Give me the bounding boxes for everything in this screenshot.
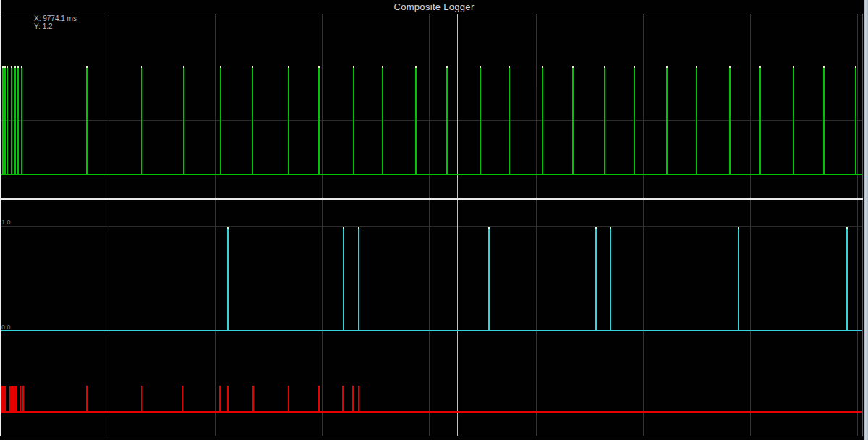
channel-3-red-pulse-train-pulse — [252, 386, 254, 411]
channel-1-green-pulse-train-pulse — [288, 66, 289, 174]
grid-vline — [215, 14, 216, 436]
channel-3-red-pulse-train-pulse-tip — [141, 386, 142, 388]
channel-1-green-pulse-train-pulse-tip — [729, 66, 731, 68]
channel-3-red-pulse-train-pulse-tip — [20, 386, 21, 388]
channel-1-green-pulse-train-pulse-tip — [220, 66, 221, 68]
channel-1-green-pulse-train-pulse — [382, 66, 383, 174]
channel-1-green-pulse-train-pulse-tip — [604, 66, 605, 68]
channel-3-red-pulse-train-pulse — [86, 386, 88, 411]
channel-2-cyan-digital-pulse-tip — [488, 227, 490, 229]
channel-1-green-pulse-train-pulse — [604, 66, 605, 174]
channel-3-red-pulse-train-pulse-tip — [4, 386, 6, 388]
channel-1-green-pulse-train-pulse-tip — [252, 66, 253, 68]
channel-1-green-pulse-train-pulse — [446, 66, 448, 174]
channel-2-cyan-digital-baseline — [1, 330, 862, 331]
channel-1-green-pulse-train-pulse — [729, 66, 731, 174]
channel-1-green-pulse-train-pulse-tip — [572, 66, 574, 68]
grid-vline — [536, 14, 537, 436]
channel-1-green-pulse-train-pulse — [572, 66, 574, 174]
channel-1-green-pulse-train-pulse — [86, 66, 88, 174]
channel-3-red-pulse-train-pulse — [358, 386, 359, 411]
channel-2-cyan-digital-pulse-tip — [595, 227, 597, 229]
grid-hline — [1, 226, 862, 227]
channel-1-green-pulse-train-pulse-tip — [793, 66, 794, 68]
channel-1-green-pulse-train-pulse — [480, 66, 481, 174]
channel-1-green-pulse-train-pulse-tip — [480, 66, 481, 68]
channel-1-green-pulse-train-pulse-tip — [382, 66, 383, 68]
channel-1-green-pulse-train-pulse-tip — [318, 66, 320, 68]
channel-1-green-pulse-train-pulse — [823, 66, 825, 174]
channel-1-green-pulse-train-pulse-tip — [855, 66, 856, 68]
cursor-readout-x: X: 9774.1 ms — [34, 15, 77, 22]
channel-1-green-pulse-train-pulse — [17, 66, 19, 174]
channel-3-red-pulse-train-pulse-tip — [86, 386, 88, 388]
channel-1-green-pulse-train-pulse-tip — [2, 66, 4, 68]
channel-3-red-pulse-train-pulse-tip — [342, 386, 344, 388]
channel-3-red-pulse-train-pulse-tip — [352, 386, 354, 388]
composite-logger-window: Composite Logger X: 9774.1 ms Y: 1.2 1.0… — [0, 0, 868, 440]
channel-1-green-pulse-train-pulse — [21, 66, 22, 174]
channel-1-green-pulse-train-pulse — [666, 66, 668, 174]
channel-1-green-pulse-train-pulse — [760, 66, 761, 174]
channel-2-cyan-digital-pulse — [488, 227, 490, 330]
channel-1-green-pulse-train-pulse — [11, 66, 12, 174]
channel-3-red-pulse-train-pulse — [288, 386, 289, 411]
channel-1-green-pulse-train-pulse-tip — [353, 66, 354, 68]
channel-1-green-pulse-train-pulse — [183, 66, 184, 174]
channel-1-green-pulse-train-pulse-tip — [696, 66, 697, 68]
grid-vline — [750, 14, 751, 436]
channel-3-red-pulse-train-baseline — [1, 411, 862, 412]
channel-3-red-pulse-train-pulse — [219, 386, 221, 411]
cursor-readout: X: 9774.1 ms Y: 1.2 — [34, 15, 77, 31]
red-marker-line — [536, 87, 537, 173]
channel-1-green-pulse-train-baseline — [1, 174, 862, 175]
pane-separator — [0, 198, 863, 200]
channel-3-red-pulse-train-pulse — [4, 386, 6, 411]
channel-1-green-pulse-train-pulse — [252, 66, 253, 174]
channel-3-red-pulse-train-pulse — [182, 386, 183, 411]
grid-vline — [322, 14, 323, 436]
grid-vline — [857, 14, 858, 436]
channel-1-green-pulse-train-pulse — [4, 66, 6, 174]
channel-1-green-pulse-train-pulse-tip — [7, 66, 8, 68]
channel-3-red-pulse-train-pulse-tip — [219, 386, 221, 388]
channel-1-green-pulse-train-pulse-tip — [17, 66, 19, 68]
grid-vline — [108, 14, 109, 436]
channel-1-green-pulse-train-pulse-tip — [4, 66, 6, 68]
channel-2-cyan-digital-pulse — [343, 227, 344, 330]
crosshair-line — [457, 14, 458, 436]
grid-vline — [429, 14, 430, 436]
channel-1-green-pulse-train-pulse — [7, 66, 8, 174]
channel-3-red-pulse-train-pulse — [342, 386, 344, 411]
channel-2-cyan-digital-pulse-tip — [343, 227, 344, 229]
channel-1-green-pulse-train-pulse — [14, 66, 16, 174]
channel-3-red-pulse-train-pulse-tip — [227, 386, 229, 388]
right-window-edge — [864, 0, 868, 440]
channel-1-green-pulse-train-pulse — [141, 66, 142, 174]
plot-area[interactable] — [0, 0, 863, 440]
channel-1-green-pulse-train-pulse — [2, 66, 4, 174]
channel-1-green-pulse-train-pulse-tip — [288, 66, 289, 68]
left-window-border — [0, 0, 1, 436]
channel-2-cyan-digital-pulse-tip — [227, 227, 229, 229]
channel-2-cyan-digital-pulse — [595, 227, 597, 330]
channel-3-red-pulse-train-pulse-tip — [318, 386, 320, 388]
channel-1-green-pulse-train-pulse-tip — [634, 66, 635, 68]
channel-1-green-pulse-train-pulse — [793, 66, 794, 174]
channel-1-green-pulse-train-pulse — [696, 66, 697, 174]
channel-1-green-pulse-train-pulse-tip — [760, 66, 761, 68]
channel-3-red-pulse-train-pulse-tip — [22, 386, 24, 388]
cursor-readout-y: Y: 1.2 — [34, 23, 77, 30]
channel-1-green-pulse-train-pulse-tip — [141, 66, 142, 68]
channel-1-green-pulse-train-pulse-tip — [446, 66, 448, 68]
channel-2-cyan-digital-pulse-tip — [846, 227, 848, 229]
channel-3-red-pulse-train-pulse — [227, 386, 229, 411]
channel-1-green-pulse-train-pulse — [509, 66, 510, 174]
middle-axis-max-label: 1.0 — [1, 219, 11, 226]
channel-3-red-pulse-train-pulse-tip — [358, 386, 359, 388]
grid-hline — [1, 120, 862, 121]
channel-1-green-pulse-train-pulse — [542, 66, 543, 174]
channel-1-green-pulse-train-pulse-tip — [11, 66, 12, 68]
channel-3-red-pulse-train-pulse-tip — [182, 386, 183, 388]
channel-2-cyan-digital-pulse-tip — [358, 227, 359, 229]
